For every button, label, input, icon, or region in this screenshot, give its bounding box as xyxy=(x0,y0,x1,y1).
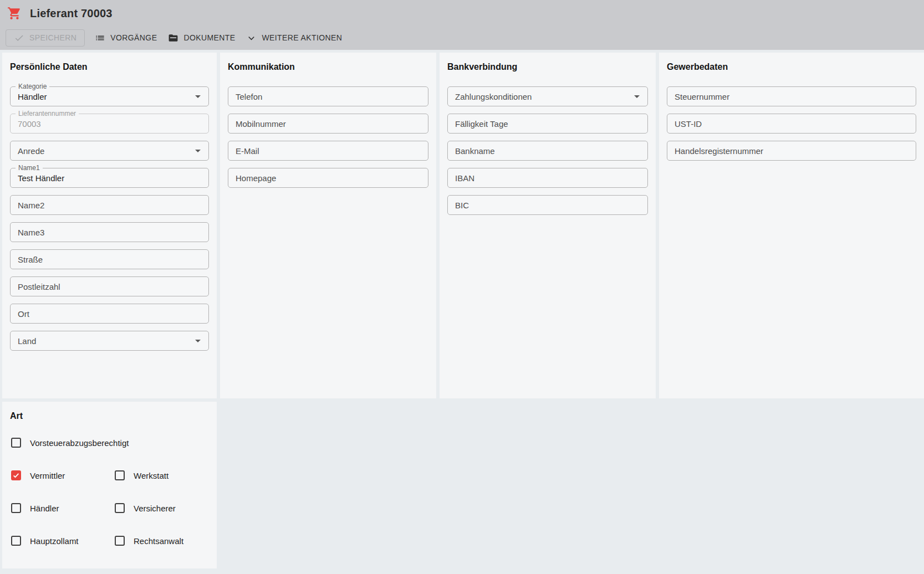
name1-value: Test Händler xyxy=(18,173,64,183)
checkbox-box xyxy=(11,536,21,546)
dropdown-arrow-icon xyxy=(195,95,201,98)
checkbox-box xyxy=(115,536,125,546)
kategorie-select[interactable]: Kategorie Händler xyxy=(10,86,209,106)
vorgaenge-button[interactable]: VORGÄNGE xyxy=(89,30,162,46)
card-bankverbindung: Bankverbindung Zahlungskonditionen Fälli… xyxy=(440,53,656,398)
strasse-field[interactable]: Straße xyxy=(10,249,209,269)
ust-id-field[interactable]: UST-ID xyxy=(667,114,916,134)
land-select[interactable]: Land xyxy=(10,331,209,351)
postleitzahl-label: Postleitzahl xyxy=(18,282,60,291)
save-button-label: SPEICHERN xyxy=(29,33,76,42)
card-title-kommunikation: Kommunikation xyxy=(220,53,436,72)
bankname-field[interactable]: Bankname xyxy=(447,141,648,161)
checkbox-label: Vermittler xyxy=(30,471,65,480)
name3-label: Name3 xyxy=(18,228,44,237)
card-kommunikation: Kommunikation Telefon Mobilnummer E-Mail… xyxy=(220,53,436,398)
art-body: Vorsteuerabzugsberechtigt Vermittler Wer… xyxy=(2,438,217,546)
persoenliche-daten-body: Kategorie Händler Lieferantennummer 7000… xyxy=(2,86,217,351)
handelsregisternummer-field[interactable]: Handelsregisternummer xyxy=(667,141,916,161)
strasse-label: Straße xyxy=(18,255,43,264)
checkbox-box xyxy=(115,470,125,480)
homepage-field[interactable]: Homepage xyxy=(228,168,428,188)
ort-field[interactable]: Ort xyxy=(10,304,209,324)
app-header: Lieferant 70003 SPEICHERN VORGÄNGE DOKUM… xyxy=(0,0,924,50)
lieferantennummer-field: Lieferantennummer 70003 xyxy=(10,114,209,134)
iban-field[interactable]: IBAN xyxy=(447,168,648,188)
kategorie-value: Händler xyxy=(18,92,47,101)
telefon-field[interactable]: Telefon xyxy=(228,86,428,106)
dokumente-button[interactable]: DOKUMENTE xyxy=(162,30,241,46)
telefon-label: Telefon xyxy=(236,92,262,101)
land-label: Land xyxy=(18,336,36,346)
lieferantennummer-label: Lieferantennummer xyxy=(16,110,79,117)
dokumente-button-label: DOKUMENTE xyxy=(183,33,235,42)
bankname-label: Bankname xyxy=(455,146,495,156)
checkbox-label: Hauptzollamt xyxy=(30,536,79,546)
card-persoenliche-daten: Persönliche Daten Kategorie Händler Lief… xyxy=(2,53,217,398)
anrede-label: Anrede xyxy=(18,146,44,156)
postleitzahl-field[interactable]: Postleitzahl xyxy=(10,276,209,296)
checkbox-box xyxy=(115,503,125,513)
checkbox-box xyxy=(11,470,21,480)
card-art: Art Vorsteuerabzugsberechtigt Vermittler… xyxy=(2,402,217,568)
shopping-cart-icon xyxy=(7,6,22,20)
list-icon xyxy=(95,33,105,43)
weitere-aktionen-button-label: WEITERE AKTIONEN xyxy=(262,33,342,42)
kommunikation-body: Telefon Mobilnummer E-Mail Homepage xyxy=(220,86,436,188)
checkbox-hauptzollamt[interactable]: Hauptzollamt xyxy=(11,536,115,546)
checkbox-rechtsanwalt[interactable]: Rechtsanwalt xyxy=(115,536,208,546)
check-icon xyxy=(14,33,24,43)
checkbox-label: Werkstatt xyxy=(134,471,169,480)
bic-label: BIC xyxy=(455,201,469,210)
checkbox-grid: Vorsteuerabzugsberechtigt Vermittler Wer… xyxy=(11,438,208,546)
card-title-persoenliche-daten: Persönliche Daten xyxy=(2,53,217,72)
name1-field[interactable]: Name1 Test Händler xyxy=(10,168,209,188)
card-title-gewerbedaten: Gewerbedaten xyxy=(659,53,924,72)
checkbox-label: Versicherer xyxy=(134,504,176,513)
anrede-select[interactable]: Anrede xyxy=(10,141,209,161)
folder-icon xyxy=(168,33,178,43)
faelligkeit-tage-field[interactable]: Fälligkeit Tage xyxy=(447,114,648,134)
zahlungskonditionen-label: Zahlungskonditionen xyxy=(455,92,532,101)
checkbox-vorsteuerabzugsberechtigt[interactable]: Vorsteuerabzugsberechtigt xyxy=(11,438,208,448)
mobilnummer-field[interactable]: Mobilnummer xyxy=(228,114,428,134)
bankverbindung-body: Zahlungskonditionen Fälligkeit Tage Bank… xyxy=(440,86,656,215)
dropdown-arrow-icon xyxy=(634,95,640,98)
content-area: Persönliche Daten Kategorie Händler Lief… xyxy=(0,50,924,574)
zahlungskonditionen-select[interactable]: Zahlungskonditionen xyxy=(447,86,648,106)
card-title-art: Art xyxy=(2,402,217,421)
lieferantennummer-value: 70003 xyxy=(18,119,41,129)
steuernummer-label: Steuernummer xyxy=(675,92,729,101)
checkbox-label: Händler xyxy=(30,504,59,513)
toolbar: SPEICHERN VORGÄNGE DOKUMENTE WEITERE AKT… xyxy=(0,27,924,49)
iban-label: IBAN xyxy=(455,173,474,183)
email-label: E-Mail xyxy=(236,146,259,156)
name3-field[interactable]: Name3 xyxy=(10,222,209,242)
card-title-bankverbindung: Bankverbindung xyxy=(440,53,656,72)
checkbox-vermittler[interactable]: Vermittler xyxy=(11,470,115,480)
card-gewerbedaten: Gewerbedaten Steuernummer UST-ID Handels… xyxy=(659,53,924,398)
checkbox-box xyxy=(11,438,21,448)
checkbox-haendler[interactable]: Händler xyxy=(11,503,115,513)
handelsregisternummer-label: Handelsregisternummer xyxy=(675,146,763,156)
checkbox-versicherer[interactable]: Versicherer xyxy=(115,503,208,513)
ust-id-label: UST-ID xyxy=(675,119,702,129)
faelligkeit-tage-label: Fälligkeit Tage xyxy=(455,119,508,129)
check-icon xyxy=(12,472,20,479)
weitere-aktionen-button[interactable]: WEITERE AKTIONEN xyxy=(241,30,348,46)
save-button[interactable]: SPEICHERN xyxy=(6,29,85,47)
title-row: Lieferant 70003 xyxy=(0,0,924,27)
dropdown-arrow-icon xyxy=(195,340,201,342)
kategorie-label: Kategorie xyxy=(16,83,49,90)
homepage-label: Homepage xyxy=(236,173,276,183)
checkbox-werkstatt[interactable]: Werkstatt xyxy=(115,470,208,480)
checkbox-box xyxy=(11,503,21,513)
bic-field[interactable]: BIC xyxy=(447,195,648,215)
dropdown-arrow-icon xyxy=(195,150,201,152)
steuernummer-field[interactable]: Steuernummer xyxy=(667,86,916,106)
name2-field[interactable]: Name2 xyxy=(10,195,209,215)
gewerbedaten-body: Steuernummer UST-ID Handelsregisternumme… xyxy=(659,86,924,161)
checkbox-label: Rechtsanwalt xyxy=(134,536,183,546)
ort-label: Ort xyxy=(18,309,29,319)
email-field[interactable]: E-Mail xyxy=(228,141,428,161)
